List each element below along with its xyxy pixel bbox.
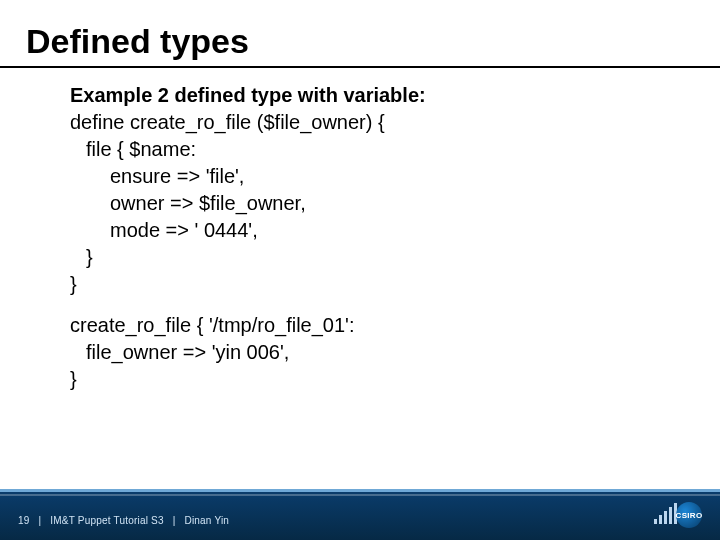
spacer: [70, 298, 650, 312]
page-number: 19: [18, 515, 30, 526]
code-line: ensure => 'file',: [70, 163, 650, 190]
csiro-logo: CSIRO: [654, 494, 702, 534]
example-heading: Example 2 defined type with variable:: [70, 82, 650, 109]
logo-text: CSIRO: [676, 511, 703, 520]
logo-bars-icon: [654, 503, 677, 524]
footer-sep: |: [39, 515, 42, 526]
logo-circle-icon: CSIRO: [676, 502, 702, 528]
footer-band: 19 | IM&T Puppet Tutorial S3 | Dinan Yin…: [0, 492, 720, 540]
code-line: file_owner => 'yin 006',: [70, 339, 650, 366]
code-line: file { $name:: [70, 136, 650, 163]
code-line: }: [70, 244, 650, 271]
footer-section: IM&T Puppet Tutorial S3: [50, 515, 163, 526]
code-line: create_ro_file { '/tmp/ro_file_01':: [70, 312, 650, 339]
code-line: mode => ' 0444',: [70, 217, 650, 244]
slide-content: Example 2 defined type with variable: de…: [70, 82, 650, 393]
footer-inner-line: [0, 494, 720, 496]
title-underline: [0, 66, 720, 68]
slide: Defined types Example 2 defined type wit…: [0, 0, 720, 540]
code-line: }: [70, 271, 650, 298]
code-line: }: [70, 366, 650, 393]
footer-sep: |: [173, 515, 176, 526]
footer-author: Dinan Yin: [184, 515, 229, 526]
footer-text: 19 | IM&T Puppet Tutorial S3 | Dinan Yin: [18, 515, 229, 526]
code-line: owner => $file_owner,: [70, 190, 650, 217]
slide-title: Defined types: [26, 22, 249, 61]
code-line: define create_ro_file ($file_owner) {: [70, 109, 650, 136]
